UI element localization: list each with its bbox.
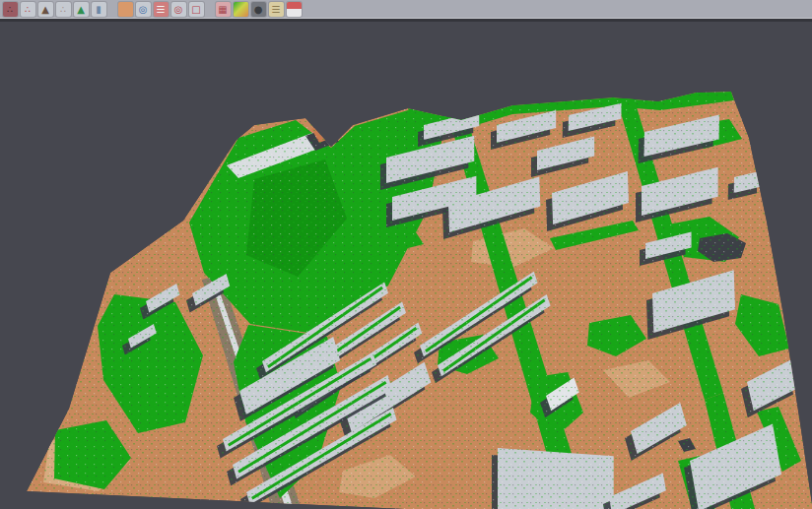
report-icon[interactable]: ☰ bbox=[269, 2, 284, 17]
flag-icon[interactable] bbox=[287, 2, 302, 17]
toolbar-group: ◎☰◎□ bbox=[116, 2, 205, 19]
classified-cloud-icon[interactable]: ∴ bbox=[21, 2, 35, 17]
toolbar-group: ∴∴▲∴▲▮ bbox=[1, 2, 107, 19]
point-cloud-icon[interactable]: ∴ bbox=[3, 2, 18, 17]
orthophoto-icon[interactable] bbox=[118, 2, 133, 17]
select-box-icon[interactable]: □ bbox=[189, 2, 204, 17]
sparse-cloud-icon[interactable]: ∴ bbox=[56, 2, 71, 17]
camera-icon[interactable]: ● bbox=[251, 2, 266, 17]
terrain-model-icon[interactable]: ▲ bbox=[38, 2, 53, 17]
point-noise bbox=[0, 0, 812, 509]
colormap-icon[interactable] bbox=[234, 2, 248, 17]
toolbar-group: ▦●☰ bbox=[214, 2, 303, 19]
point-cloud-scene[interactable] bbox=[0, 0, 812, 509]
terrain-point-cloud[interactable] bbox=[0, 0, 812, 509]
measure-grid-icon[interactable]: ▦ bbox=[216, 2, 231, 17]
target-icon[interactable]: ◎ bbox=[171, 2, 186, 17]
dem-icon[interactable]: ▲ bbox=[74, 2, 89, 17]
attribute-table-icon[interactable]: ☰ bbox=[154, 2, 169, 17]
3d-viewport[interactable] bbox=[0, 0, 812, 509]
profile-icon[interactable]: ▮ bbox=[92, 2, 106, 17]
globe-icon[interactable]: ◎ bbox=[136, 2, 151, 17]
main-toolbar: ∴∴▲∴▲▮◎☰◎□▦●☰ bbox=[0, 0, 812, 22]
